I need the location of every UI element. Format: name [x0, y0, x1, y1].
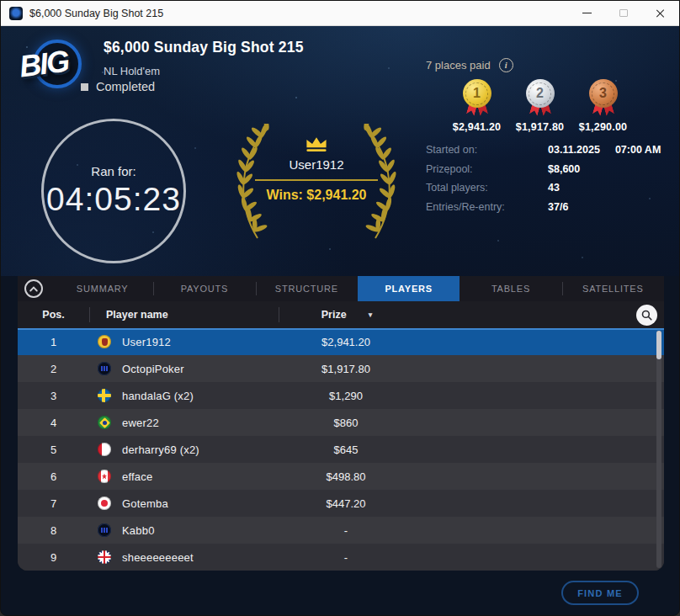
minimize-button[interactable] [568, 1, 605, 25]
info-label: Prizepool: [426, 163, 548, 175]
player-name: handalaG (x2) [122, 390, 194, 402]
column-header-prize: Prize ▾ [279, 309, 414, 321]
player-prize: - [279, 524, 413, 537]
tab-label: PAYOUTS [181, 284, 229, 294]
ran-for-time: 04:05:23 [46, 181, 181, 218]
tab-tables[interactable]: TABLES [460, 276, 561, 301]
player-name: OctopiPoker [122, 363, 184, 375]
tournament-summary-panel: 7 places paid i 1 $2,941.20 2 $1,917.80 … [426, 58, 668, 213]
table-row[interactable]: 3 handalaG (x2) $1,290 [18, 382, 664, 409]
scrollbar-thumb[interactable] [656, 331, 661, 359]
player-flag-icon [98, 550, 111, 564]
medal: 2 $1,917.80 [508, 79, 571, 133]
medal: 1 $2,941.20 [445, 79, 508, 133]
info-row: Prizepool: $8,600 [426, 163, 668, 175]
places-paid-row: 7 places paid i [426, 58, 668, 72]
player-name-cell: sheeeeeeeeet [89, 550, 279, 564]
tab-structure[interactable]: STRUCTURE [256, 276, 358, 301]
player-name: User1912 [122, 336, 171, 348]
player-prize: $1,290 [279, 390, 413, 402]
tab-label: SUMMARY [77, 284, 129, 294]
table-header: Pos. Player name Prize ▾ [18, 301, 664, 328]
info-value: $8,600 [548, 163, 580, 175]
player-prize: $1,917.80 [279, 363, 413, 375]
info-label: Entries/Re-entry: [426, 201, 548, 213]
details-panel: SUMMARY PAYOUTS STRUCTURE PLAYERS TABLES… [18, 276, 664, 571]
player-position: 2 [18, 363, 89, 375]
table-row[interactable]: 5 derharry69 (x2) $645 [18, 436, 664, 463]
player-name-cell: handalaG (x2) [89, 389, 279, 402]
info-value-secondary: 07:00 AM [615, 144, 661, 156]
tournament-title: $6,000 Sunday Big Shot 215 [104, 39, 304, 56]
tab-label: TABLES [491, 284, 530, 294]
player-name-cell: efface [89, 470, 279, 483]
tab-bar-tabs: SUMMARY PAYOUTS STRUCTURE PLAYERS TABLES… [51, 276, 664, 301]
player-name-cell: Kabb0 [89, 523, 279, 537]
table-row[interactable]: 4 ewer22 $860 [18, 409, 664, 436]
table-row[interactable]: 6 efface $498.80 [18, 463, 664, 490]
player-prize: $645 [279, 443, 413, 456]
info-label: Total players: [426, 182, 548, 194]
prize-header-label: Prize [321, 309, 347, 321]
player-prize: $2,941.20 [279, 336, 413, 348]
minimize-icon [582, 13, 592, 13]
player-position: 1 [18, 336, 89, 348]
tab-satellites[interactable]: SATELLITES [562, 276, 664, 301]
ran-for-label: Ran for: [91, 164, 135, 178]
chevron-up-icon [29, 286, 38, 292]
status-label: Completed [96, 80, 155, 93]
players-list: 1 User1912 $2,941.20 2 OctopiPoker $1,91… [18, 328, 664, 571]
table-row[interactable]: 9 sheeeeeeeeet - [18, 544, 664, 571]
title-bar: $6,000 Sunday Big Shot 215 [1, 1, 679, 26]
find-me-button[interactable]: FIND ME [561, 581, 639, 605]
tab-label: STRUCTURE [275, 284, 338, 294]
logo-text: BIG [18, 44, 71, 85]
player-name-cell: OctopiPoker [89, 362, 279, 375]
close-button[interactable] [642, 1, 679, 25]
search-icon [641, 310, 652, 321]
tab-payouts[interactable]: PAYOUTS [153, 276, 255, 301]
app-icon [9, 7, 23, 20]
table-row[interactable]: 2 OctopiPoker $1,917.80 [18, 355, 664, 382]
player-name-cell: User1912 [89, 335, 279, 348]
collapse-panel-button[interactable] [24, 279, 43, 298]
info-row: Entries/Re-entry: 37/6 [426, 201, 668, 213]
player-name: sheeeeeeeeet [122, 551, 194, 564]
maximize-icon [619, 9, 628, 17]
player-name-cell: derharry69 (x2) [89, 443, 279, 456]
player-name: ewer22 [122, 417, 159, 429]
game-type: NL Hold'em [104, 65, 160, 77]
maximize-button[interactable] [605, 1, 642, 25]
medal-prize: $1,290.00 [579, 121, 627, 133]
table-row[interactable]: 7 Gotemba $447.20 [18, 490, 664, 517]
medal-coin-icon: 1 [463, 79, 491, 108]
tab-players[interactable]: PLAYERS [358, 276, 460, 301]
info-label: Started on: [426, 144, 548, 156]
winner-block: User1912 Wins: $2,941.20 [253, 135, 380, 203]
player-flag-icon [98, 497, 111, 510]
tournament-info-list: Started on: 03.11.2025 07:00 AM Prizepoo… [426, 144, 668, 213]
tab-label: PLAYERS [385, 284, 433, 294]
ran-for-circle: Ran for: 04:05:23 [41, 119, 186, 263]
tab-summary[interactable]: SUMMARY [51, 276, 153, 301]
lower-section: SUMMARY PAYOUTS STRUCTURE PLAYERS TABLES… [1, 276, 679, 615]
table-row[interactable]: 1 User1912 $2,941.20 [18, 328, 664, 355]
info-value: 43 [548, 182, 560, 194]
table-row[interactable]: 8 Kabb0 - [18, 517, 664, 544]
tournament-status: Completed [81, 80, 155, 93]
player-name: Gotemba [122, 497, 168, 510]
info-row: Started on: 03.11.2025 07:00 AM [426, 144, 668, 156]
search-player-button[interactable] [636, 305, 657, 326]
scrollbar-track[interactable] [656, 331, 661, 568]
sort-caret-icon[interactable]: ▾ [369, 311, 373, 319]
info-icon[interactable]: i [499, 58, 513, 72]
player-flag-icon [98, 523, 111, 537]
medal-prize: $1,917.80 [516, 121, 564, 133]
tournament-window: $6,000 Sunday Big Shot 215 BIG $6,000 Su… [0, 0, 680, 616]
player-prize: $860 [279, 417, 413, 429]
player-prize: $447.20 [279, 497, 413, 510]
player-flag-icon [98, 389, 111, 402]
player-flag-icon [98, 416, 111, 429]
player-flag-icon [98, 335, 111, 348]
info-row: Total players: 43 [426, 182, 668, 194]
